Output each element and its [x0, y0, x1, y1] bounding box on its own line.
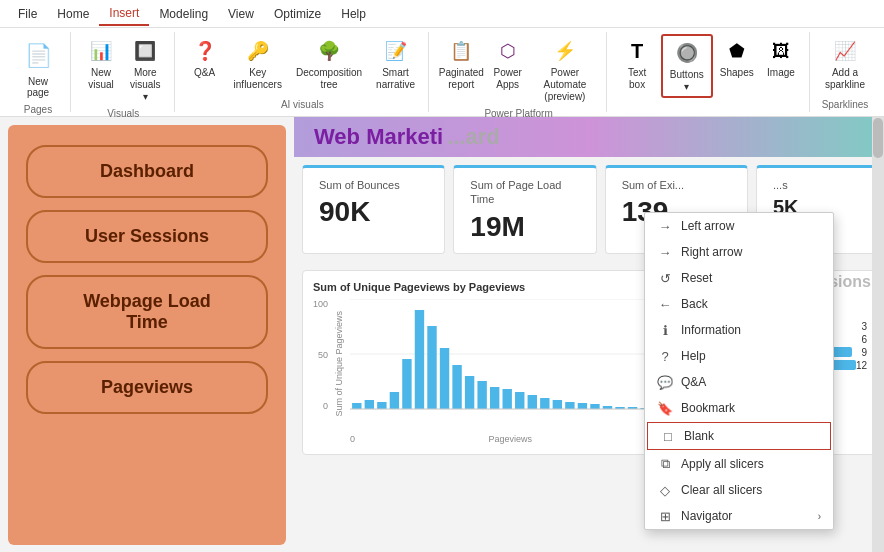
power-automate-button[interactable]: ⚡ Power Automate(preview)	[532, 34, 598, 106]
tab-file[interactable]: File	[8, 3, 47, 25]
svg-rect-22	[590, 404, 599, 409]
navigator-icon: ⊞	[657, 508, 673, 524]
info-icon: ℹ	[657, 322, 673, 338]
dropdown-item-reset[interactable]: ↺ Reset	[645, 265, 833, 291]
smart-narrative-label: Smartnarrative	[376, 67, 415, 91]
shapes-label: Shapes	[720, 67, 754, 79]
dropdown-right-arrow-label: Right arrow	[681, 245, 821, 259]
qa-chat-icon: 💬	[657, 374, 673, 390]
power-platform-group-items: 📋 Paginatedreport ⬡ PowerApps ⚡ Power Au…	[439, 34, 598, 106]
decomposition-tree-icon: 🌳	[315, 37, 343, 65]
ribbon-group-sparklines: 📈 Add asparkline Sparklines	[812, 32, 878, 112]
dropdown-menu: → Left arrow → Right arrow ↺ Reset ← Bac…	[644, 212, 834, 530]
dashboard-button[interactable]: Dashboard	[26, 145, 268, 198]
dropdown-item-apply-slicers[interactable]: ⧉ Apply all slicers	[645, 451, 833, 477]
user-sessions-button[interactable]: User Sessions	[26, 210, 268, 263]
dropdown-item-clear-slicers[interactable]: ◇ Clear all slicers	[645, 477, 833, 503]
dropdown-help-label: Help	[681, 349, 821, 363]
dropdown-item-back[interactable]: ← Back	[645, 291, 833, 317]
left-arrow-icon: →	[657, 218, 673, 234]
paginated-report-icon: 📋	[447, 37, 475, 65]
chart-title: Sum of Unique Pageviews by Pageviews	[313, 281, 684, 293]
svg-rect-3	[352, 403, 361, 409]
dropdown-item-right-arrow[interactable]: → Right arrow	[645, 239, 833, 265]
header-title-partial: ...ard	[447, 124, 500, 150]
pages-group-label: Pages	[24, 102, 52, 115]
dropdown-item-bookmark[interactable]: 🔖 Bookmark	[645, 395, 833, 421]
pageviews-button[interactable]: Pageviews	[26, 361, 268, 414]
svg-rect-11	[452, 365, 461, 409]
kpi-bounces-value: 90K	[319, 196, 428, 228]
qa-button[interactable]: ❓ Q&A	[185, 34, 225, 82]
text-box-icon: T	[623, 37, 651, 65]
kpi-page-load-value: 19M	[470, 211, 579, 243]
dropdown-reset-label: Reset	[681, 271, 821, 285]
tab-help[interactable]: Help	[331, 3, 376, 25]
add-sparkline-label: Add asparkline	[825, 67, 865, 91]
key-influencers-button[interactable]: 🔑 Keyinfluencers	[229, 34, 287, 94]
pages-group-items: 📄 Newpage	[14, 34, 62, 102]
clear-slicers-icon: ◇	[657, 482, 673, 498]
apply-slicers-icon: ⧉	[657, 456, 673, 472]
tab-insert[interactable]: Insert	[99, 2, 149, 26]
insert-group-items: T Textbox 🔘 Buttons ▾ ⬟ Shapes 🖼 Image	[617, 34, 801, 108]
more-visuals-button[interactable]: 🔲 Morevisuals ▾	[125, 34, 166, 106]
new-visual-button[interactable]: 📊 Newvisual	[81, 34, 121, 94]
bar-chart	[350, 299, 684, 429]
tab-modeling[interactable]: Modeling	[149, 3, 218, 25]
paginated-report-button[interactable]: 📋 Paginatedreport	[439, 34, 484, 94]
new-page-button[interactable]: 📄 Newpage	[14, 34, 62, 102]
new-visual-icon: 📊	[87, 37, 115, 65]
ribbon: File Home Insert Modeling View Optimize …	[0, 0, 884, 117]
scrollbar[interactable]	[872, 117, 884, 552]
dropdown-item-left-arrow[interactable]: → Left arrow	[645, 213, 833, 239]
dropdown-item-blank[interactable]: □ Blank	[647, 422, 831, 450]
power-automate-label: Power Automate(preview)	[537, 67, 593, 103]
bookmark-icon: 🔖	[657, 400, 673, 416]
buttons-button[interactable]: 🔘 Buttons ▾	[661, 34, 712, 98]
dropdown-apply-slicers-label: Apply all slicers	[681, 457, 821, 471]
main-area: Dashboard User Sessions Webpage LoadTime…	[0, 117, 884, 552]
ribbon-group-insert: T Textbox 🔘 Buttons ▾ ⬟ Shapes 🖼 Image	[609, 32, 810, 112]
chevron-right-icon: ›	[818, 511, 821, 522]
dropdown-bookmark-label: Bookmark	[681, 401, 821, 415]
dropdown-item-navigator[interactable]: ⊞ Navigator ›	[645, 503, 833, 529]
kpi-card-bounces: Sum of Bounces 90K	[302, 165, 445, 254]
shapes-button[interactable]: ⬟ Shapes	[717, 34, 757, 82]
tab-view[interactable]: View	[218, 3, 264, 25]
image-button[interactable]: 🖼 Image	[761, 34, 801, 82]
chart-x-label: Pageviews	[488, 434, 532, 444]
header-title: Web Marketi	[314, 124, 443, 150]
power-apps-label: PowerApps	[493, 67, 521, 91]
text-box-button[interactable]: T Textbox	[617, 34, 657, 94]
dropdown-item-information[interactable]: ℹ Information	[645, 317, 833, 343]
key-influencers-icon: 🔑	[244, 37, 272, 65]
smart-narrative-button[interactable]: 📝 Smartnarrative	[371, 34, 420, 94]
dropdown-item-qa[interactable]: 💬 Q&A	[645, 369, 833, 395]
session-val-1: 3	[861, 321, 867, 332]
kpi-page-load-label: Sum of Page Load Time	[470, 178, 579, 207]
chart-x-start: 0	[350, 434, 355, 444]
new-page-icon: 📄	[20, 38, 56, 74]
scrollbar-thumb[interactable]	[873, 118, 883, 158]
chart-y-mid: 50	[318, 350, 328, 360]
dropdown-blank-label: Blank	[684, 429, 818, 443]
add-sparkline-button[interactable]: 📈 Add asparkline	[820, 34, 870, 94]
buttons-icon: 🔘	[673, 39, 701, 67]
power-apps-button[interactable]: ⬡ PowerApps	[488, 34, 528, 94]
sparklines-group-items: 📈 Add asparkline	[820, 34, 870, 97]
power-apps-icon: ⬡	[494, 37, 522, 65]
webpage-load-time-button[interactable]: Webpage LoadTime	[26, 275, 268, 349]
header-banner: Web Marketi ...ard	[294, 117, 884, 157]
dropdown-back-label: Back	[681, 297, 821, 311]
ribbon-group-ai-visuals: ❓ Q&A 🔑 Keyinfluencers 🌳 Decompositiontr…	[177, 32, 429, 112]
ai-visuals-group-label: AI visuals	[281, 97, 324, 110]
tab-home[interactable]: Home	[47, 3, 99, 25]
svg-rect-13	[477, 381, 486, 409]
chart-y-label: Sum of Unique Pageviews	[334, 311, 344, 417]
chart-y-max: 100	[313, 299, 328, 309]
dropdown-item-help[interactable]: ? Help	[645, 343, 833, 369]
tab-optimize[interactable]: Optimize	[264, 3, 331, 25]
ribbon-group-visuals: 📊 Newvisual 🔲 Morevisuals ▾ Visuals	[73, 32, 175, 112]
decomposition-tree-button[interactable]: 🌳 Decompositiontree	[291, 34, 367, 94]
